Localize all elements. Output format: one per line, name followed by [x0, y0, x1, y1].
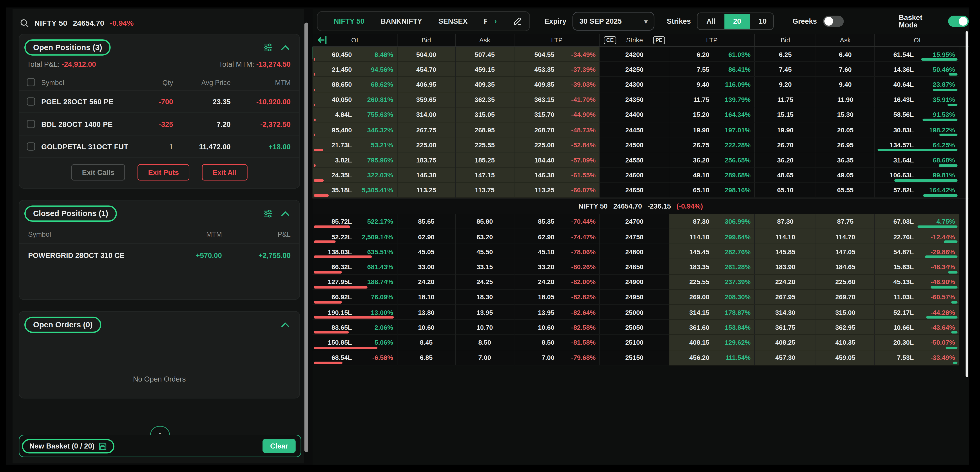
call-bid-cell[interactable]: 406.95 [398, 77, 456, 92]
exit-calls-button[interactable]: Exit Calls [72, 164, 125, 181]
put-ltp-cell[interactable]: 225.55237.39% [669, 275, 755, 290]
call-ltp-cell[interactable]: 315.70-44.90% [514, 107, 600, 122]
call-ltp-cell[interactable]: 453.35-37.39% [514, 62, 600, 77]
search-icon[interactable] [20, 19, 29, 27]
put-ltp-cell[interactable]: 19.90197.01% [669, 122, 755, 138]
basket-collapse-notch[interactable]: ⌄ [150, 426, 170, 436]
put-ask-cell[interactable]: 7.60 [816, 62, 875, 77]
call-ask-cell[interactable]: 268.95 [456, 122, 514, 138]
put-ask-cell[interactable]: 6.40 [816, 47, 875, 62]
call-ltp-cell[interactable]: 184.40-57.09% [514, 152, 600, 168]
put-ltp-cell[interactable]: 183.35261.28% [669, 260, 755, 275]
put-bid-cell[interactable]: 224.20 [755, 275, 816, 290]
put-ask-cell[interactable]: 11.90 [816, 92, 875, 107]
call-ask-cell[interactable]: 33.15 [456, 260, 514, 275]
put-ask-cell[interactable]: 20.05 [816, 122, 875, 138]
put-bid-cell[interactable]: 87.30 [755, 214, 816, 229]
call-bid-cell[interactable]: 62.90 [398, 229, 456, 244]
call-ask-cell[interactable]: 63.20 [456, 229, 514, 244]
put-ask-cell[interactable]: 87.75 [816, 214, 875, 229]
call-ltp-cell[interactable]: 268.70-48.73% [514, 122, 600, 138]
put-bid-cell[interactable]: 9.20 [755, 77, 816, 92]
call-bid-cell[interactable]: 13.80 [398, 305, 456, 320]
call-ask-cell[interactable]: 459.15 [456, 62, 514, 77]
put-bid-cell[interactable]: 36.20 [755, 152, 816, 168]
call-ltp-cell[interactable]: 62.90-74.47% [514, 229, 600, 244]
put-ask-cell[interactable]: 9.40 [816, 77, 875, 92]
put-ltp-cell[interactable]: 11.75139.79% [669, 92, 755, 107]
put-ltp-cell[interactable]: 26.75222.28% [669, 138, 755, 152]
put-ask-cell[interactable]: 410.35 [816, 335, 875, 350]
tab-banknifty[interactable]: BANKNIFTY [381, 17, 422, 25]
exit-all-button[interactable]: Exit All [202, 164, 247, 181]
call-ask-cell[interactable]: 185.25 [456, 152, 514, 168]
put-bid-cell[interactable]: 114.10 [755, 229, 816, 244]
put-bid-cell[interactable]: 7.45 [755, 62, 816, 77]
put-bid-cell[interactable]: 65.10 [755, 183, 816, 198]
put-ltp-cell[interactable]: 6.2061.03% [669, 47, 755, 62]
put-ltp-cell[interactable]: 7.5586.41% [669, 62, 755, 77]
call-ask-cell[interactable]: 507.45 [456, 47, 514, 62]
put-bid-cell[interactable]: 361.75 [755, 320, 816, 335]
position-checkbox[interactable] [27, 120, 35, 128]
tab-finnifty[interactable]: FIN [484, 17, 487, 25]
put-bid-cell[interactable]: 457.30 [755, 350, 816, 365]
call-bid-cell[interactable]: 267.75 [398, 122, 456, 138]
call-bid-cell[interactable]: 45.05 [398, 244, 456, 260]
strikes-option-all[interactable]: All [698, 14, 724, 29]
collapse-chevron-up-icon[interactable] [281, 211, 290, 216]
call-bid-cell[interactable]: 33.00 [398, 260, 456, 275]
collapse-calls-arrow-icon[interactable] [317, 36, 329, 44]
call-bid-cell[interactable]: 6.85 [398, 350, 456, 365]
call-bid-cell[interactable]: 85.65 [398, 214, 456, 229]
put-bid-cell[interactable]: 48.65 [755, 168, 816, 183]
call-bid-cell[interactable]: 504.00 [398, 47, 456, 62]
put-ask-cell[interactable]: 65.55 [816, 183, 875, 198]
put-ltp-cell[interactable]: 49.10289.68% [669, 168, 755, 183]
call-bid-cell[interactable]: 24.20 [398, 275, 456, 290]
put-bid-cell[interactable]: 11.75 [755, 92, 816, 107]
call-ask-cell[interactable]: 113.75 [456, 183, 514, 198]
call-ltp-cell[interactable]: 18.05-82.82% [514, 290, 600, 305]
call-ltp-cell[interactable]: 45.10-78.06% [514, 244, 600, 260]
collapse-chevron-up-icon[interactable] [281, 45, 290, 50]
put-ask-cell[interactable]: 362.95 [816, 320, 875, 335]
open-orders-title-ring[interactable]: Open Orders (0) [24, 317, 101, 333]
call-ask-cell[interactable]: 362.35 [456, 92, 514, 107]
put-ltp-cell[interactable]: 314.15178.87% [669, 305, 755, 320]
call-bid-cell[interactable]: 225.00 [398, 138, 456, 152]
call-ltp-cell[interactable]: 409.85-39.03% [514, 77, 600, 92]
put-ask-cell[interactable]: 36.35 [816, 152, 875, 168]
call-ltp-cell[interactable]: 7.00-79.68% [514, 350, 600, 365]
closed-positions-title-ring[interactable]: Closed Positions (1) [24, 206, 117, 222]
exit-puts-button[interactable]: Exit Puts [137, 164, 189, 181]
call-ask-cell[interactable]: 45.50 [456, 244, 514, 260]
tab-nifty50[interactable]: NIFTY 50 [334, 17, 364, 25]
call-ask-cell[interactable]: 13.95 [456, 305, 514, 320]
filter-sliders-icon[interactable] [263, 209, 273, 218]
select-all-checkbox[interactable] [27, 78, 35, 86]
put-ltp-cell[interactable]: 87.30306.99% [669, 214, 755, 229]
position-checkbox[interactable] [27, 143, 35, 150]
call-ask-cell[interactable]: 8.50 [456, 335, 514, 350]
call-bid-cell[interactable]: 183.75 [398, 152, 456, 168]
put-ltp-cell[interactable]: 408.15129.62% [669, 335, 755, 350]
put-bid-cell[interactable]: 145.85 [755, 244, 816, 260]
put-ltp-cell[interactable]: 361.60153.84% [669, 320, 755, 335]
put-ask-cell[interactable]: 184.65 [816, 260, 875, 275]
clear-basket-button[interactable]: Clear [263, 439, 296, 453]
put-ask-cell[interactable]: 315.00 [816, 305, 875, 320]
edit-watchlist-pencil-icon[interactable] [513, 17, 522, 26]
put-ltp-cell[interactable]: 114.10299.64% [669, 229, 755, 244]
call-bid-cell[interactable]: 454.70 [398, 62, 456, 77]
new-basket-ring[interactable]: New Basket (0 / 20) [22, 439, 115, 453]
put-ltp-cell[interactable]: 145.45282.76% [669, 244, 755, 260]
put-ltp-cell[interactable]: 15.20164.34% [669, 107, 755, 122]
call-bid-cell[interactable]: 113.25 [398, 183, 456, 198]
call-ltp-cell[interactable]: 146.30-61.55% [514, 168, 600, 183]
call-ltp-cell[interactable]: 10.60-82.58% [514, 320, 600, 335]
expiry-dropdown[interactable]: 30 SEP 2025 ▾ [573, 12, 654, 30]
call-bid-cell[interactable]: 10.60 [398, 320, 456, 335]
put-bid-cell[interactable]: 314.30 [755, 305, 816, 320]
put-ask-cell[interactable]: 459.05 [816, 350, 875, 365]
